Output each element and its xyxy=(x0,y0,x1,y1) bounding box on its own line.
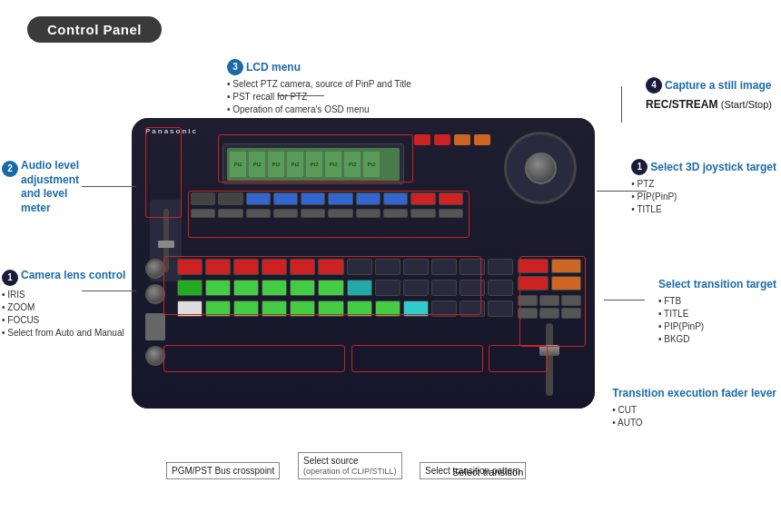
clip-btn-green[interactable] xyxy=(318,300,343,317)
pst-btn[interactable] xyxy=(375,280,400,296)
lcd-cell-2: Pt2 xyxy=(249,152,265,177)
ptz-row1-btn-blue[interactable] xyxy=(246,192,271,205)
ptz-num-btn[interactable] xyxy=(301,209,325,218)
ptz-num-btn[interactable] xyxy=(191,209,215,218)
ptz-row1-btn-blue[interactable] xyxy=(383,192,408,205)
pgm-btn[interactable] xyxy=(347,259,372,275)
trans-s-btn[interactable] xyxy=(561,295,581,306)
pst-btn[interactable] xyxy=(488,280,513,296)
lcd-items: Select PTZ camera, source of PinP and Ti… xyxy=(227,78,411,116)
pgm-btn-red[interactable] xyxy=(318,259,343,275)
trans-s-btn[interactable] xyxy=(561,308,581,319)
ptz-num-btn[interactable] xyxy=(328,209,352,218)
joystick-item-2: PIP(PinP) xyxy=(631,191,776,203)
clip-btn-green[interactable] xyxy=(205,300,231,317)
ptz-num-btn[interactable] xyxy=(273,209,298,218)
trans-btn-orange1[interactable] xyxy=(551,259,582,273)
ptz-row1-btn-red[interactable] xyxy=(439,192,463,205)
ptz-row1-btn-red[interactable] xyxy=(410,192,435,205)
pgm-btn-red[interactable] xyxy=(262,259,287,275)
pgm-btn-red[interactable] xyxy=(233,259,259,275)
ptz-num-btn[interactable] xyxy=(383,209,408,218)
capture-badge: 4 xyxy=(646,77,662,94)
clip-btn[interactable] xyxy=(488,300,513,317)
trans-s-btn[interactable] xyxy=(539,295,559,306)
pst-btn-lit-green[interactable] xyxy=(318,280,343,296)
pgm-btn[interactable] xyxy=(403,259,429,275)
trans-s-btn[interactable] xyxy=(539,308,559,319)
pgm-btn-red[interactable] xyxy=(177,259,203,275)
trans-s-btn[interactable] xyxy=(518,308,538,319)
pgm-btn[interactable] xyxy=(460,259,485,275)
pgm-btn[interactable] xyxy=(375,259,400,275)
ptz-row1-btn-blue[interactable] xyxy=(328,192,352,205)
lcd-cell-4: Pt2 xyxy=(287,152,303,177)
ptz-num-btn[interactable] xyxy=(356,209,381,218)
pst-btn[interactable] xyxy=(460,280,485,296)
lcd-item-3: Operation of camera's OSD menu xyxy=(227,103,411,116)
pgm-btn-red[interactable] xyxy=(205,259,231,275)
trans-fader-item-2: AUTO xyxy=(612,417,776,429)
pst-btn-lit-green[interactable] xyxy=(205,280,231,296)
trans-fader-items: CUT AUTO xyxy=(612,404,776,429)
pst-btn-green[interactable] xyxy=(177,280,203,296)
ptz-num-btn[interactable] xyxy=(410,209,435,218)
clip-btn[interactable] xyxy=(431,300,457,317)
pst-btn[interactable] xyxy=(403,280,429,296)
clip-btn-cyan[interactable] xyxy=(403,300,429,317)
pgm-btn-red[interactable] xyxy=(290,259,315,275)
ptz-num-btn[interactable] xyxy=(439,209,463,218)
joystick-badge: 1 xyxy=(631,159,648,175)
fader-handle[interactable] xyxy=(539,345,559,356)
trans-target-item-1: FTB xyxy=(658,295,776,308)
camera-item-2: ZOOM xyxy=(2,301,125,314)
clip-btn-white[interactable] xyxy=(177,300,203,317)
ptz-row1-btn-blue[interactable] xyxy=(273,192,298,205)
ptz-row1-btn[interactable] xyxy=(191,192,215,205)
pst-btn[interactable] xyxy=(431,280,457,296)
ptz-row1-btn[interactable] xyxy=(218,192,242,205)
callout-capture: 4 Capture a still image REC/STREAM (Star… xyxy=(646,77,772,113)
trans-btn-red1[interactable] xyxy=(518,259,549,273)
trans-target-item-3: PIP(PinP) xyxy=(658,320,776,333)
trans-fader-title: Transition execution fader lever xyxy=(612,387,776,399)
btn-red-2[interactable] xyxy=(434,134,450,145)
btn-orange-1[interactable] xyxy=(454,134,470,145)
knob-auto[interactable] xyxy=(145,284,165,304)
joystick-item-3: TITLE xyxy=(631,203,776,216)
knob-rec[interactable] xyxy=(145,259,165,279)
clip-btn-green[interactable] xyxy=(233,300,259,317)
trans-s-btn[interactable] xyxy=(518,295,538,306)
title-text: Control Panel xyxy=(47,22,142,37)
pgm-btn[interactable] xyxy=(488,259,513,275)
fader-main[interactable] xyxy=(145,313,165,340)
pst-btn-lit-green[interactable] xyxy=(233,280,259,296)
label-select-transition: Select transition xyxy=(452,466,523,479)
ptz-row1-btn-blue[interactable] xyxy=(301,192,325,205)
brand-label: Panasonic xyxy=(145,127,198,135)
clip-btn[interactable] xyxy=(460,300,485,317)
pgm-btn[interactable] xyxy=(431,259,457,275)
pst-btn-cyan[interactable] xyxy=(347,280,372,296)
camera-item-1: IRIS xyxy=(2,289,125,301)
ptz-row1-btn-blue[interactable] xyxy=(356,192,381,205)
ptz-num-btn[interactable] xyxy=(218,209,242,218)
clip-btn-green[interactable] xyxy=(290,300,315,317)
callout-audio: 2 Audio level adjustment and level meter xyxy=(2,159,94,218)
fader-track[interactable] xyxy=(546,323,553,396)
lcd-item-1: Select PTZ camera, source of PinP and Ti… xyxy=(227,78,411,91)
red-box-source xyxy=(351,345,483,372)
btn-red-1[interactable] xyxy=(414,134,430,145)
btn-orange-2[interactable] xyxy=(474,134,490,145)
pst-btn-lit-green[interactable] xyxy=(262,280,287,296)
trans-btn-orange2[interactable] xyxy=(551,276,582,291)
ptz-num-btn[interactable] xyxy=(246,209,271,218)
knob-focus[interactable] xyxy=(145,346,165,366)
callout-trans-fader: Transition execution fader lever CUT AUT… xyxy=(612,386,776,429)
clip-btn-green[interactable] xyxy=(347,300,372,317)
transition-section xyxy=(518,259,581,396)
clip-btn-green[interactable] xyxy=(375,300,400,317)
clip-btn-green[interactable] xyxy=(262,300,287,317)
trans-btn-red2[interactable] xyxy=(518,276,549,291)
pst-btn-lit-green[interactable] xyxy=(290,280,315,296)
